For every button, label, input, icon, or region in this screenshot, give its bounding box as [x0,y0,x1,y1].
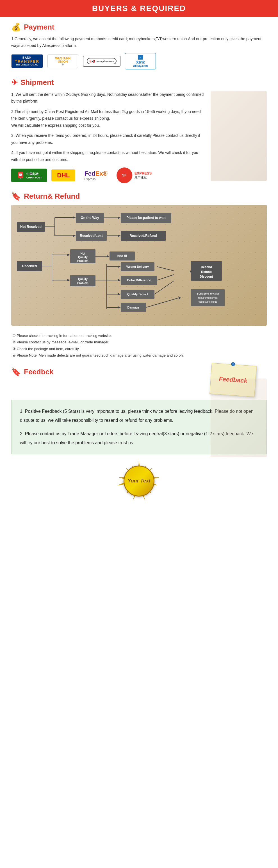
svg-text:Received: Received [22,264,37,268]
payment-description: 1.Generally, we accept the following pay… [11,36,267,49]
refund-note-4: ④ Please Note: Men made defects are not … [11,352,267,359]
payment-section-title: 💰 Payment [11,23,267,32]
svg-text:On the Way: On the Way [80,216,99,220]
svg-text:Refund: Refund [201,270,212,273]
refund-note-3: ③ Check the package and Item, carefully. [11,346,267,352]
shipment-person-bg [211,91,267,181]
svg-text:Problem: Problem [77,282,89,285]
svg-text:Resend: Resend [201,265,212,269]
refund-section: 🔖 Return& Refund Not Received [11,192,267,359]
svg-text:Wrong Delivery: Wrong Delivery [126,265,149,268]
refund-notes: ① Please check the tracking in formation… [11,333,267,359]
dhl-logo: DHL [51,169,75,181]
payment-logos: BANK TRANSFER INTERNATIONAL WESTERN UNIO… [11,53,267,69]
shipment-text-2: 2.The shipment by China Post Registered … [11,108,205,129]
svg-text:Quality: Quality [78,278,88,281]
payment-icon: 💰 [11,23,21,32]
svg-text:Received/Lost: Received/Lost [80,234,103,238]
svg-rect-39 [70,275,96,286]
feedback-section-title: 🔖 Feedbck [11,367,54,376]
badge-circle: Your Text [124,466,154,497]
refund-note-1: ① Please check the tracking in formation… [11,333,267,339]
shipment-text-1: 1. We will sent the items within 2-5days… [11,91,205,105]
refund-note-2: ② Please contact us by meesage, e-mail, … [11,339,267,345]
sf-logo: SF EXPRESS 顺丰速运 [116,167,152,183]
svg-text:requirements you: requirements you [198,297,218,299]
svg-text:Please be patient to wait: Please be patient to wait [126,216,165,220]
svg-text:Damage: Damage [128,306,140,309]
feedback-pin [231,362,235,366]
svg-text:Discount: Discount [200,275,213,278]
western-union-logo: WESTERN UNION ® [47,55,78,68]
alipay-logo: 🅰 支付宝 Alipay.com [125,53,156,69]
main-content: 💰 Payment 1.Generally, we accept the fol… [0,17,278,516]
page-title: BUYERS & REQUIRED [0,4,278,13]
feedback-section: 🔖 Feedbck Feedback 1. Positive Feedback … [11,367,267,502]
badge-wrapper: Your Text [118,460,160,502]
fedex-logo: FedEx® Express [80,168,112,183]
badge-label: Your Text [128,478,150,484]
feedback-icon: 🔖 [11,367,21,376]
your-text-badge-container: Your Text [11,460,267,502]
payment-section: 💰 Payment 1.Generally, we accept the fol… [11,23,267,69]
bank-transfer-logo: BANK TRANSFER INTERNATIONAL [11,54,43,68]
svg-text:Quality Defect: Quality Defect [127,292,148,296]
svg-text:Quality: Quality [78,256,88,259]
svg-text:If you have any else: If you have any else [197,292,219,295]
svg-text:could also tell us: could also tell us [199,300,217,303]
chinapost-logo: 📮 中国邮政 CHINA POST [11,168,47,182]
refund-section-title: 🔖 Return& Refund [11,192,267,201]
svg-text:Not fit: Not fit [117,254,127,258]
shipment-section: ✈ Shipment 1. We will sent the items wit… [11,78,267,184]
feedback-person-bg [211,378,267,457]
shipment-text-3: 3. When you receive the items you ordere… [11,132,205,146]
shipment-text-4: 4. If you have not got it within the shi… [11,149,205,163]
page-header: BUYERS & REQUIRED [0,0,278,17]
svg-text:Not: Not [80,252,85,255]
shipment-section-title: ✈ Shipment [11,78,267,87]
refund-icon: 🔖 [11,192,21,201]
shipment-icon: ✈ [11,78,18,87]
svg-text:Color Difference: Color Difference [127,278,151,282]
moneybookers-logo: ((●)) moneybookers [83,56,120,67]
flowchart: Not Received On the Way Please be patien… [11,205,267,327]
svg-text:Not Received: Not Received [20,225,41,229]
svg-text:Received/Refund: Received/Refund [130,234,157,238]
svg-text:Problem: Problem [77,259,89,262]
